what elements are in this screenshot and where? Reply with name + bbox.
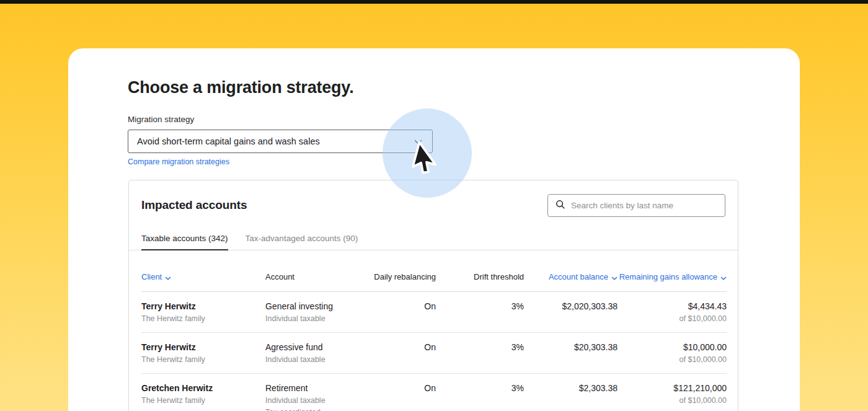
drift-threshold-value: 3% bbox=[436, 291, 524, 332]
column-header-drift-threshold: Drift threshold bbox=[436, 250, 524, 291]
column-header-account: Account bbox=[265, 250, 365, 291]
account-tabs: Taxable accounts (342) Tax-advantaged ac… bbox=[129, 233, 738, 250]
allowance-value: $121,210,000 bbox=[618, 383, 727, 394]
account-name: General investing bbox=[265, 301, 365, 312]
account-name: Agressive fund bbox=[265, 342, 365, 353]
daily-rebalancing-value: On bbox=[365, 373, 436, 411]
account-type: Individual taxable bbox=[265, 314, 365, 324]
sort-chevron-icon bbox=[165, 273, 171, 282]
account-name: Retirement bbox=[265, 383, 365, 394]
allowance-of-value: of $10,000.00 bbox=[618, 396, 727, 405]
daily-rebalancing-value: On bbox=[365, 291, 436, 332]
allowance-value: $4,434.43 bbox=[618, 301, 727, 312]
table-header-row: Client Account Daily rebalancing Drift t… bbox=[141, 250, 727, 291]
migration-strategy-select[interactable]: Avoid short-term capital gains and wash … bbox=[128, 130, 433, 153]
account-type: Individual taxable bbox=[265, 396, 365, 405]
client-name: Terry Herwitz bbox=[141, 301, 265, 312]
compare-migration-strategies-link[interactable]: Compare migration strategies bbox=[128, 157, 229, 166]
chevron-down-icon bbox=[414, 136, 422, 147]
page-title: Choose a migration strategy. bbox=[128, 78, 800, 97]
client-household: The Herwitz family bbox=[141, 355, 265, 365]
allowance-of-value: of $10,000.00 bbox=[618, 355, 727, 365]
account-balance-value: $2,303.38 bbox=[524, 373, 618, 411]
account-balance-value: $2,020,303.38 bbox=[524, 291, 618, 332]
client-name: Gretchen Herwitz bbox=[141, 383, 265, 394]
tab-taxable-accounts[interactable]: Taxable accounts (342) bbox=[141, 233, 228, 250]
main-card: Choose a migration strategy. Migration s… bbox=[68, 48, 800, 411]
table-row[interactable]: Terry HerwitzThe Herwitz family Agressiv… bbox=[141, 332, 727, 373]
top-black-bar bbox=[0, 0, 868, 4]
account-type-2: Tax-coordinated bbox=[265, 407, 365, 411]
drift-threshold-value: 3% bbox=[436, 332, 524, 373]
sort-chevron-icon bbox=[720, 273, 727, 282]
tab-tax-advantaged-accounts[interactable]: Tax-advantaged accounts (90) bbox=[246, 233, 358, 250]
search-icon bbox=[556, 200, 565, 212]
allowance-of-value: of $10,000.00 bbox=[618, 314, 727, 324]
column-header-remaining-gains-allowance[interactable]: Remaining gains allowance bbox=[618, 250, 727, 291]
column-header-account-balance[interactable]: Account balance bbox=[524, 250, 618, 291]
client-name: Terry Herwitz bbox=[141, 342, 265, 353]
screen-background: Choose a migration strategy. Migration s… bbox=[0, 0, 868, 411]
search-input[interactable] bbox=[571, 201, 719, 210]
column-header-client[interactable]: Client bbox=[141, 250, 265, 291]
impacted-accounts-panel: Impacted accounts Taxable accounts (342) bbox=[128, 180, 738, 411]
client-household: The Herwitz family bbox=[141, 396, 265, 405]
migration-strategy-selected-value: Avoid short-term capital gains and wash … bbox=[137, 136, 320, 146]
table-row[interactable]: Gretchen HerwitzThe Herwitz family Retir… bbox=[141, 373, 727, 411]
account-balance-value: $20,303.38 bbox=[524, 332, 618, 373]
account-type: Individual taxable bbox=[265, 355, 365, 365]
impacted-accounts-table: Client Account Daily rebalancing Drift t… bbox=[141, 250, 727, 411]
table-row[interactable]: Terry HerwitzThe Herwitz family General … bbox=[141, 291, 727, 332]
sort-chevron-icon bbox=[611, 273, 618, 282]
drift-threshold-value: 3% bbox=[436, 373, 524, 411]
client-household: The Herwitz family bbox=[141, 314, 265, 324]
client-search[interactable] bbox=[547, 194, 725, 217]
column-header-daily-rebalancing: Daily rebalancing bbox=[365, 250, 436, 291]
allowance-value: $10,000.00 bbox=[618, 342, 727, 353]
daily-rebalancing-value: On bbox=[365, 332, 436, 373]
migration-strategy-label: Migration strategy bbox=[128, 115, 800, 125]
